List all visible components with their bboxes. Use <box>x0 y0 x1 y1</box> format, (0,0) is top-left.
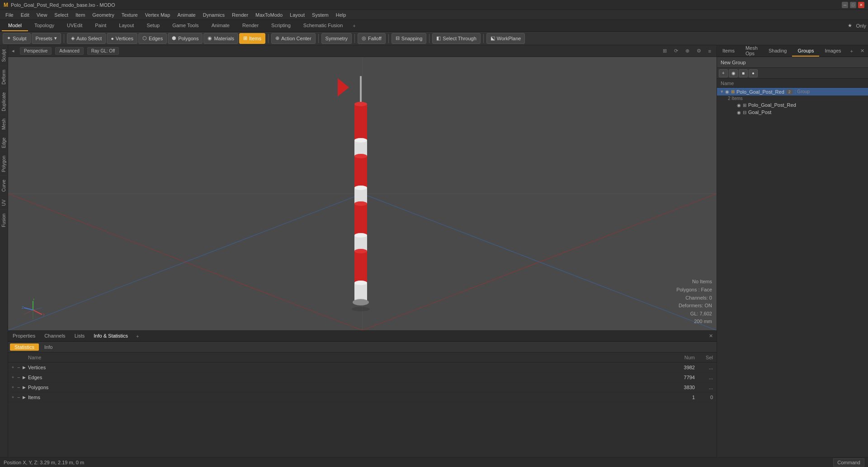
statusbar-command[interactable]: Command <box>833 458 864 467</box>
left-tab-curve[interactable]: Curve <box>0 176 8 195</box>
left-tab-duplicate[interactable]: Duplicate <box>0 88 8 115</box>
menu-geometry[interactable]: Geometry <box>89 11 118 19</box>
menu-help[interactable]: Help <box>332 11 350 19</box>
tree-item-goal-post[interactable]: ◉ ⊟ Goal_Post <box>717 109 868 116</box>
groups-lock-btn[interactable]: ■ <box>739 69 748 77</box>
tab-render[interactable]: Render <box>236 20 265 31</box>
vp-icon-more[interactable]: ≡ <box>708 48 711 54</box>
vertices-button[interactable]: ● Vertices <box>107 33 137 44</box>
add-tab-button[interactable]: + <box>349 20 359 31</box>
tab-topology[interactable]: Topology <box>28 20 61 31</box>
tab-model[interactable]: Model <box>2 20 28 31</box>
tab-schematic-fusion[interactable]: Schematic Fusion <box>297 20 349 31</box>
vp-advanced-button[interactable]: Advanced <box>55 47 83 55</box>
select-through-button[interactable]: ◧ Select Through <box>432 33 480 44</box>
tab-lists[interactable]: Lists <box>70 331 90 341</box>
stats-add-vertices[interactable]: + <box>12 365 17 370</box>
info-tab-button[interactable]: Info <box>40 343 57 351</box>
tab-info-statistics[interactable]: Info & Statistics <box>89 331 132 341</box>
close-right-panel[interactable]: ✕ <box>857 45 868 57</box>
sculpt-button[interactable]: ✦ Sculpt <box>3 33 31 44</box>
stats-arrow-items[interactable]: ▶ <box>23 395 28 400</box>
statistics-tab-button[interactable]: Statistics <box>10 343 39 351</box>
right-tab-items[interactable]: Items <box>717 45 740 57</box>
stats-arrow-polygons[interactable]: ▶ <box>23 385 28 390</box>
stats-add-edges[interactable]: + <box>12 375 17 380</box>
stats-minus-edges[interactable]: − <box>17 375 23 380</box>
vp-icon-fit[interactable]: ⊞ <box>663 48 667 54</box>
stats-minus-polygons[interactable]: − <box>17 385 23 390</box>
falloff-button[interactable]: ◎ Falloff <box>358 33 386 44</box>
left-tab-fusion[interactable]: Fusion <box>0 210 8 231</box>
symmetry-button[interactable]: Symmetry <box>321 33 352 44</box>
left-tab-mesh[interactable]: Mesh <box>0 114 8 133</box>
groups-eye-btn[interactable]: ◉ <box>729 69 738 77</box>
tab-animate[interactable]: Animate <box>205 20 236 31</box>
vp-raygl-button[interactable]: Ray GL: Off <box>87 47 119 55</box>
new-group-button[interactable]: New Group <box>717 57 868 68</box>
left-tab-deform[interactable]: Deform <box>0 66 8 88</box>
stats-arrow-edges[interactable]: ▶ <box>23 375 28 380</box>
polygons-button[interactable]: ⬢ Polygons <box>168 33 203 44</box>
tab-gametools[interactable]: Game Tools <box>166 20 205 31</box>
vp-icon-settings[interactable]: ⚙ <box>697 48 701 54</box>
right-tab-images[interactable]: Images <box>819 45 846 57</box>
items-button[interactable]: ⊞ Items <box>239 33 265 44</box>
tab-channels[interactable]: Channels <box>40 331 70 341</box>
stats-arrow-vertices[interactable]: ▶ <box>23 365 28 370</box>
tab-paint[interactable]: Paint <box>89 20 113 31</box>
menu-render[interactable]: Render <box>228 11 252 19</box>
right-tab-groups[interactable]: Groups <box>792 45 819 57</box>
action-center-button[interactable]: ⊕ Action Center <box>271 33 316 44</box>
menu-system[interactable]: System <box>308 11 332 19</box>
add-bottom-tab[interactable]: + <box>132 331 142 341</box>
tab-properties[interactable]: Properties <box>8 331 40 341</box>
tab-layout[interactable]: Layout <box>113 20 140 31</box>
tree-item-polo-goal-post-red[interactable]: ▾ ◉ ⊞ Polo_Goal_Post_Red 2 : Group <box>717 88 868 95</box>
edges-button[interactable]: ⬡ Edges <box>138 33 167 44</box>
menu-dynamics[interactable]: Dynamics <box>199 11 228 19</box>
stats-minus-items[interactable]: − <box>17 395 23 400</box>
menu-view[interactable]: View <box>33 11 51 19</box>
menu-layout[interactable]: Layout <box>286 11 308 19</box>
menu-select[interactable]: Select <box>51 11 72 19</box>
tab-uvedit[interactable]: UVEdit <box>61 20 89 31</box>
workplane-button[interactable]: ⬕ WorkPlane <box>486 33 525 44</box>
auto-select-button[interactable]: ◈ Auto Select <box>67 33 106 44</box>
menu-file[interactable]: File <box>2 11 17 19</box>
tree-item-polo-goal-post-red-mesh[interactable]: ◉ ⊞ Polo_Goal_Post_Red <box>717 101 868 109</box>
snapping-button[interactable]: ⊟ Snapping <box>392 33 427 44</box>
left-tab-uv[interactable]: UV <box>0 195 8 210</box>
groups-add-btn[interactable]: + <box>719 69 728 77</box>
stats-minus-vertices[interactable]: − <box>17 365 23 370</box>
right-tab-shading[interactable]: Shading <box>763 45 792 57</box>
stats-add-items[interactable]: + <box>12 395 17 400</box>
viewport-canvas[interactable]: X Y Z No Items Polygons : Face Channels:… <box>8 57 717 330</box>
close-bottom-panel[interactable]: ✕ <box>705 331 717 341</box>
menu-texture[interactable]: Texture <box>118 11 142 19</box>
right-tab-meshops[interactable]: Mesh Ops <box>740 45 763 57</box>
minimize-button[interactable]: ─ <box>842 2 848 8</box>
stats-add-polygons[interactable]: + <box>12 385 17 390</box>
menu-edit[interactable]: Edit <box>17 11 33 19</box>
maximize-button[interactable]: □ <box>850 2 856 8</box>
menu-maxtomodo[interactable]: MaxToModo <box>252 11 286 19</box>
tab-scripting[interactable]: Scripting <box>265 20 297 31</box>
vp-perspective-button[interactable]: Perspective <box>20 47 52 55</box>
close-button[interactable]: ✕ <box>858 2 864 8</box>
vp-icon-zoom[interactable]: ⟳ <box>674 48 678 54</box>
titlebar-controls[interactable]: ─ □ ✕ <box>842 2 864 8</box>
materials-button[interactable]: ◉ Materials <box>203 33 238 44</box>
menu-vertexmap[interactable]: Vertex Map <box>142 11 174 19</box>
menu-item[interactable]: Item <box>72 11 89 19</box>
menu-animate[interactable]: Animate <box>174 11 199 19</box>
tab-setup[interactable]: Setup <box>140 20 166 31</box>
groups-render-btn[interactable]: ● <box>749 69 758 77</box>
left-tab-polygon[interactable]: Polygon <box>0 152 8 176</box>
left-tab-sculpt[interactable]: Sculpt <box>0 45 8 66</box>
add-right-tab[interactable]: + <box>847 45 857 57</box>
vp-icon-search[interactable]: ⊕ <box>685 48 689 54</box>
presets-button[interactable]: Presets ▾ <box>32 33 61 44</box>
modetabs-right: ★ Only <box>848 20 866 31</box>
left-tab-edge[interactable]: Edge <box>0 133 8 152</box>
